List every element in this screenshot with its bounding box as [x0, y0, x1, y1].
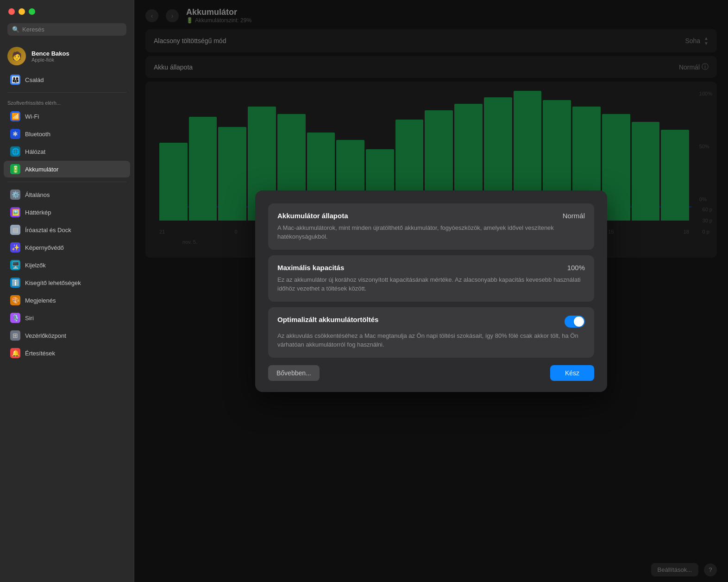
section-label-update: Szoftverfrissítés elérh... — [0, 96, 134, 108]
notifications-icon: 🔔 — [10, 348, 20, 358]
modal-status-value: Normál — [563, 212, 585, 220]
optimized-charging-toggle[interactable] — [565, 316, 585, 328]
sidebar-item-dock[interactable]: ▤ Íróasztal és Dock — [4, 221, 130, 238]
sidebar-item-displays[interactable]: 🖥️ Kijelzők — [4, 257, 130, 273]
sidebar-item-displays-label: Kijelzők — [25, 262, 46, 269]
maximize-button[interactable] — [29, 8, 35, 15]
minimize-button[interactable] — [19, 8, 25, 15]
appearance-icon: 🎨 — [10, 295, 20, 305]
modal-optimized-title: Optimalizált akkumulátortöltés — [277, 316, 378, 323]
sidebar-item-wallpaper-label: Háttérkép — [25, 209, 51, 216]
modal-footer: Bővebben... Kész — [268, 365, 594, 381]
more-info-button[interactable]: Bővebben... — [268, 365, 320, 381]
sidebar: 🔍 🧑 Bence Bakos Apple-fiók 👨‍👩‍👧 Család … — [0, 0, 134, 582]
search-box[interactable]: 🔍 — [7, 23, 126, 36]
sidebar-item-dock-label: Íróasztal és Dock — [25, 227, 71, 234]
user-subtitle: Apple-fiók — [31, 57, 69, 63]
search-input[interactable] — [22, 26, 122, 33]
screensaver-icon: ✨ — [10, 242, 20, 253]
avatar: 🧑 — [7, 47, 26, 65]
sidebar-item-general[interactable]: ⚙️ Általános — [4, 186, 130, 203]
modal-optimized-desc: Az akkuvulás csökkentéséhez a Mac megtan… — [277, 331, 585, 349]
sidebar-item-notifications-label: Értesítések — [25, 350, 55, 357]
sidebar-item-general-label: Általános — [25, 191, 50, 198]
divider-2 — [7, 182, 126, 182]
sidebar-item-family-label: Család — [25, 76, 44, 83]
sidebar-item-control-label: Vezérlőközpont — [25, 332, 66, 339]
sidebar-item-wallpaper[interactable]: 🖼️ Háttérkép — [4, 204, 130, 221]
modal-status-title: Akkumulátor állapota — [277, 212, 348, 220]
sidebar-item-screensaver-label: Képernyővédő — [25, 244, 64, 251]
siri-icon: 🎙️ — [10, 313, 20, 323]
sidebar-item-appearance[interactable]: 🎨 Megjelenés — [4, 292, 130, 309]
accessibility-icon: ℹ️ — [10, 278, 20, 288]
network-icon: 🌐 — [10, 146, 20, 157]
general-icon: ⚙️ — [10, 190, 20, 200]
sidebar-item-bluetooth[interactable]: ✱ Bluetooth — [4, 126, 130, 142]
wifi-icon: 📶 — [10, 111, 20, 121]
sidebar-item-family[interactable]: 👨‍👩‍👧 Család — [4, 71, 130, 88]
toggle-thumb — [574, 316, 584, 327]
modal-section-capacity: Maximális kapacitás 100% Ez az akkumulát… — [268, 255, 594, 302]
search-icon: 🔍 — [12, 26, 19, 33]
sidebar-item-network[interactable]: 🌐 Hálózat — [4, 143, 130, 160]
modal-status-desc: A Mac-akkumulátorok, mint minden újratöl… — [277, 223, 585, 241]
sidebar-item-wifi-label: Wi-Fi — [25, 113, 39, 120]
user-name: Bence Bakos — [31, 50, 69, 57]
modal-section-optimized: Optimalizált akkumulátortöltés Az akkuvu… — [268, 307, 594, 358]
modal-section-status: Akkumulátor állapota Normál A Mac-akkumu… — [268, 203, 594, 250]
sidebar-item-siri-label: Siri — [25, 315, 34, 322]
bluetooth-icon: ✱ — [10, 129, 20, 139]
done-button[interactable]: Kész — [550, 365, 594, 381]
sidebar-item-battery[interactable]: 🔋 Akkumulátor — [4, 161, 130, 177]
sidebar-item-wifi[interactable]: 📶 Wi-Fi — [4, 108, 130, 125]
sidebar-item-notifications[interactable]: 🔔 Értesítések — [4, 345, 130, 361]
modal-capacity-value: 100% — [567, 264, 585, 272]
sidebar-item-network-label: Hálózat — [25, 148, 45, 155]
close-button[interactable] — [8, 8, 15, 15]
sidebar-item-accessibility-label: Kisegítő lehetőségek — [25, 279, 81, 286]
family-icon: 👨‍👩‍👧 — [10, 75, 20, 85]
sidebar-item-screensaver[interactable]: ✨ Képernyővédő — [4, 239, 130, 256]
modal-overlay: Akkumulátor állapota Normál A Mac-akkumu… — [134, 0, 728, 582]
wallpaper-icon: 🖼️ — [10, 207, 20, 217]
displays-icon: 🖥️ — [10, 260, 20, 270]
sidebar-item-bluetooth-label: Bluetooth — [25, 131, 50, 138]
modal-capacity-desc: Ez az akkumulátor új korához viszonyítot… — [277, 275, 585, 293]
main-content: ‹ › Akkumulátor 🔋 Akkumulátorszint: 29% … — [134, 0, 728, 582]
dock-icon: ▤ — [10, 225, 20, 235]
modal-capacity-title: Maximális kapacitás — [277, 264, 344, 272]
battery-icon: 🔋 — [10, 164, 20, 174]
divider — [7, 92, 126, 93]
sidebar-item-battery-label: Akkumulátor — [25, 166, 58, 173]
sidebar-item-control[interactable]: ⊞ Vezérlőközpont — [4, 327, 130, 344]
sidebar-item-appearance-label: Megjelenés — [25, 297, 56, 304]
control-icon: ⊞ — [10, 330, 20, 341]
battery-health-modal: Akkumulátor állapota Normál A Mac-akkumu… — [255, 190, 607, 392]
sidebar-item-siri[interactable]: 🎙️ Siri — [4, 310, 130, 326]
sidebar-item-accessibility[interactable]: ℹ️ Kisegítő lehetőségek — [4, 274, 130, 291]
user-section[interactable]: 🧑 Bence Bakos Apple-fiók — [0, 43, 134, 71]
